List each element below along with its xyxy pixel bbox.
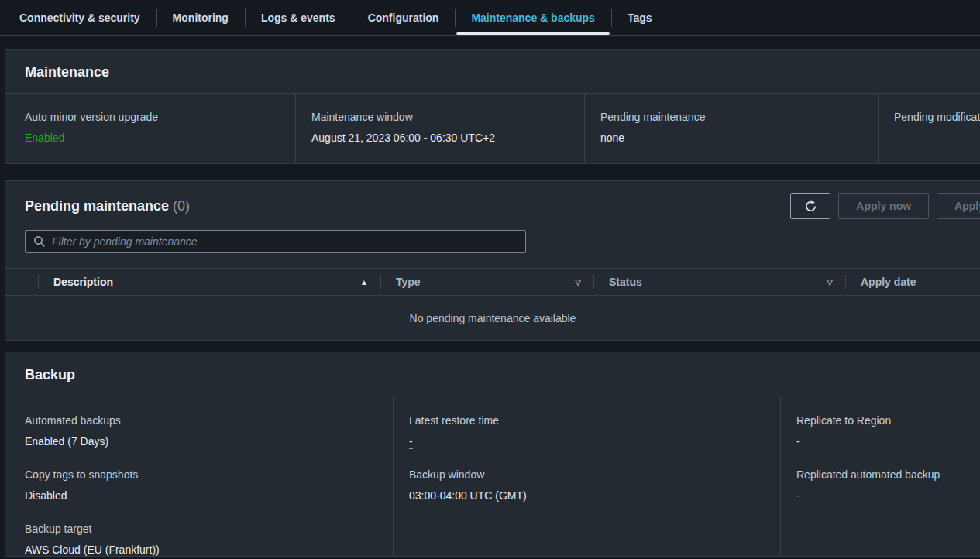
replicated-automated-backup-label: Replicated automated backup (796, 468, 980, 482)
column-header-description[interactable]: Description ▲ (38, 269, 380, 295)
latest-restore-time-field: Latest restore time - (409, 414, 766, 448)
pending-maintenance-header: Pending maintenance (0) Apply now Apply (5, 181, 980, 220)
tab-connectivity-security[interactable]: Connectivity & security (3, 0, 156, 35)
refresh-button[interactable] (790, 193, 830, 219)
pending-maintenance-title-text: Pending maintenance (25, 198, 169, 214)
backup-title: Backup (25, 367, 75, 382)
copy-tags-to-snapshots-value: Disabled (25, 489, 379, 502)
column-header-status-label: Status (609, 276, 642, 288)
maintenance-window-field: Maintenance window August 21, 2023 06:00… (295, 94, 584, 163)
pending-modifications-field: Pending modifications (878, 94, 980, 163)
maintenance-window-label: Maintenance window (311, 111, 570, 124)
detail-tabs: Connectivity & security Monitoring Logs … (0, 0, 980, 36)
maintenance-fields: Auto minor version upgrade Enabled Maint… (5, 94, 980, 163)
auto-minor-version-upgrade-field: Auto minor version upgrade Enabled (5, 94, 295, 163)
backup-column-2: Latest restore time - Backup window 03:0… (393, 396, 780, 557)
automated-backups-field: Automated backups Enabled (7 Days) (25, 414, 379, 448)
maintenance-card-header: Maintenance (5, 50, 980, 94)
maintenance-card: Maintenance Auto minor version upgrade E… (5, 49, 980, 164)
backup-target-value: AWS Cloud (EU (Frankfurt)) (25, 544, 379, 557)
refresh-icon (803, 199, 818, 214)
backup-column-3: Replicate to Region - Replicated automat… (780, 396, 980, 557)
pending-maintenance-filter-input[interactable] (52, 231, 525, 252)
pending-maintenance-title: Pending maintenance (0) (25, 198, 190, 214)
maintenance-window-value: August 21, 2023 06:00 - 06:30 UTC+2 (311, 132, 570, 145)
replicated-automated-backup-value: - (796, 489, 980, 502)
latest-restore-time-tooltip-value[interactable]: - (409, 435, 413, 449)
tab-maintenance-backups[interactable]: Maintenance & backups (455, 0, 611, 35)
replicated-automated-backup-field: Replicated automated backup - (796, 468, 980, 502)
tab-configuration[interactable]: Configuration (352, 0, 456, 35)
auto-minor-version-upgrade-label: Auto minor version upgrade (25, 111, 281, 124)
selection-column-header (5, 269, 38, 295)
maintenance-title: Maintenance (25, 64, 109, 80)
backup-window-value: 03:00-04:00 UTC (GMT) (409, 489, 766, 502)
column-header-description-label: Description (53, 276, 113, 288)
apply-cutoff-button[interactable]: Apply (937, 193, 980, 219)
table-empty-state: No pending maintenance available (5, 296, 980, 340)
replicate-to-region-field: Replicate to Region - (796, 414, 980, 448)
pending-maintenance-field: Pending maintenance none (584, 94, 878, 163)
search-icon (33, 235, 46, 248)
copy-tags-to-snapshots-label: Copy tags to snapshots (25, 468, 379, 482)
pending-modifications-label: Pending modifications (894, 111, 980, 124)
automated-backups-label: Automated backups (25, 414, 379, 427)
latest-restore-time-label: Latest restore time (409, 414, 766, 427)
backup-target-field: Backup target AWS Cloud (EU (Frankfurt)) (25, 523, 379, 557)
column-header-apply-date[interactable]: Apply date (845, 269, 980, 295)
backup-card-header: Backup (5, 352, 980, 396)
pending-maintenance-card: Pending maintenance (0) Apply now Apply (5, 180, 980, 341)
backup-window-field: Backup window 03:00-04:00 UTC (GMT) (409, 468, 766, 502)
tab-tags[interactable]: Tags (611, 0, 669, 35)
pending-maintenance-table: Description ▲ Type ▽ Status ▽ Apply date… (5, 268, 980, 340)
pending-maintenance-label: Pending maintenance (600, 111, 864, 124)
filter-row (5, 220, 980, 253)
latest-restore-time-value: - (409, 435, 766, 448)
backup-card: Backup Automated backups Enabled (7 Days… (5, 352, 980, 557)
backup-fields: Automated backups Enabled (7 Days) Copy … (5, 396, 980, 557)
backup-target-label: Backup target (25, 523, 379, 536)
sort-ascending-icon[interactable]: ▲ (360, 278, 368, 286)
column-header-type[interactable]: Type ▽ (380, 269, 593, 295)
tab-logs-events[interactable]: Logs & events (245, 0, 352, 35)
tab-monitoring[interactable]: Monitoring (156, 0, 245, 35)
column-header-status[interactable]: Status ▽ (593, 269, 845, 295)
sort-inactive-icon[interactable]: ▽ (575, 278, 581, 286)
backup-window-label: Backup window (409, 468, 766, 482)
pending-maintenance-table-header: Description ▲ Type ▽ Status ▽ Apply date (5, 268, 980, 296)
column-header-type-label: Type (396, 276, 421, 288)
copy-tags-to-snapshots-field: Copy tags to snapshots Disabled (25, 468, 379, 502)
pending-maintenance-count: (0) (173, 198, 190, 214)
filter-box (25, 230, 526, 253)
maintenance-and-backups-page: Connectivity & security Monitoring Logs … (0, 0, 980, 559)
replicate-to-region-value: - (796, 435, 980, 448)
auto-minor-version-upgrade-value: Enabled (25, 132, 281, 145)
backup-column-1: Automated backups Enabled (7 Days) Copy … (5, 396, 393, 557)
column-header-apply-date-label: Apply date (861, 276, 916, 288)
pending-maintenance-actions: Apply now Apply (790, 193, 980, 219)
pending-maintenance-value: none (600, 132, 864, 145)
sort-inactive-icon[interactable]: ▽ (827, 278, 833, 286)
apply-now-button[interactable]: Apply now (838, 193, 929, 219)
automated-backups-value: Enabled (7 Days) (25, 435, 379, 448)
replicate-to-region-label: Replicate to Region (796, 414, 980, 427)
